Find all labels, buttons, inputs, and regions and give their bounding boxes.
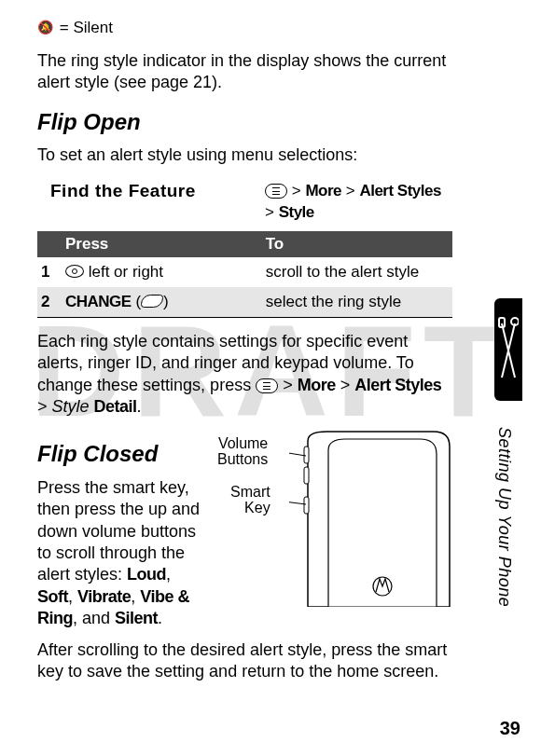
press-header: Press bbox=[37, 231, 258, 257]
fc-and: , and bbox=[73, 609, 115, 627]
after-more: More bbox=[298, 376, 336, 394]
flip-closed-text: Flip Closed Press the smart key, then pr… bbox=[37, 433, 201, 639]
soft-key-icon bbox=[141, 295, 163, 308]
phone-svg bbox=[289, 430, 452, 607]
label-volume-l2: Buttons bbox=[217, 451, 268, 467]
press-to-table: Press To 1 left or right scroll to the a… bbox=[37, 231, 452, 318]
to-header: To bbox=[258, 231, 452, 257]
table-row: 1 left or right scroll to the alert styl… bbox=[37, 257, 452, 287]
path-more: More bbox=[305, 182, 341, 199]
after-detail: Detail bbox=[94, 397, 137, 416]
path-style: Style bbox=[279, 203, 314, 221]
row2-press-label: CHANGE bbox=[65, 293, 132, 310]
fc-loud: Loud bbox=[127, 565, 166, 584]
svg-rect-2 bbox=[304, 497, 309, 514]
row1-press: left or right bbox=[58, 257, 258, 287]
silent-indicator-line: 🔕 = Silent bbox=[37, 19, 452, 37]
svg-line-4 bbox=[289, 447, 306, 456]
after-style-italic: Style bbox=[52, 397, 90, 416]
fc-c2: , bbox=[68, 587, 77, 606]
table-header-row: Press To bbox=[37, 231, 452, 257]
after-alert-styles: Alert Styles bbox=[354, 376, 441, 394]
row1-num: 1 bbox=[37, 257, 58, 287]
svg-rect-0 bbox=[304, 447, 309, 463]
fc-c1: , bbox=[166, 565, 171, 584]
flip-closed-p1: Press the smart key, then press the up a… bbox=[37, 477, 201, 630]
row1-press-text: left or right bbox=[84, 263, 163, 281]
flip-closed-container: Flip Closed Press the smart key, then pr… bbox=[37, 433, 452, 639]
fc-silent: Silent bbox=[115, 609, 158, 627]
silent-eq: = bbox=[55, 19, 73, 36]
svg-rect-1 bbox=[304, 467, 309, 484]
row1-to: scroll to the alert style bbox=[258, 257, 452, 287]
after-gt2: > bbox=[336, 376, 355, 394]
label-volume: Volume Buttons bbox=[217, 435, 268, 468]
label-smart-l2: Key bbox=[244, 500, 270, 515]
fc-soft: Soft bbox=[37, 587, 68, 606]
find-feature-path: ☰ > More > Alert Styles > Style bbox=[265, 181, 441, 224]
after-gt1: > bbox=[278, 376, 298, 394]
phone-diagram: Volume Buttons Smart Key bbox=[210, 430, 452, 607]
row2-press: CHANGE () bbox=[58, 287, 258, 318]
fc-vibrate: Vibrate bbox=[77, 587, 131, 606]
after-table-paragraph: Each ring style contains settings for sp… bbox=[37, 331, 452, 419]
gt2: > bbox=[341, 182, 359, 199]
fc-period: . bbox=[158, 609, 162, 627]
row2-num: 2 bbox=[37, 287, 58, 318]
page-number: 39 bbox=[500, 718, 520, 739]
label-smart-l1: Smart bbox=[230, 484, 270, 500]
menu-key-icon-2: ☰ bbox=[256, 378, 278, 393]
row2-press-open: ( bbox=[132, 293, 141, 310]
label-smart: Smart Key bbox=[230, 484, 270, 516]
flip-open-heading: Flip Open bbox=[37, 109, 452, 135]
label-volume-l1: Volume bbox=[218, 435, 268, 451]
silent-label: Silent bbox=[73, 19, 113, 36]
fc-c3: , bbox=[131, 587, 140, 606]
flip-open-lede: To set an alert style using menu selecti… bbox=[37, 144, 452, 166]
row2-press-close: ) bbox=[163, 293, 169, 310]
nav-key-icon bbox=[65, 265, 84, 278]
find-feature-label: Find the Feature bbox=[37, 181, 265, 201]
row2-to: select the ring style bbox=[258, 287, 452, 318]
svg-line-5 bbox=[289, 497, 306, 504]
table-row: 2 CHANGE () select the ring style bbox=[37, 287, 452, 318]
silent-icon: 🔕 bbox=[37, 20, 53, 34]
menu-key-icon: ☰ bbox=[265, 184, 287, 199]
after-period: . bbox=[137, 397, 142, 416]
gt3: > bbox=[265, 203, 279, 221]
flip-closed-p2: After scrolling to the desired alert sty… bbox=[37, 639, 452, 683]
page-content: 🔕 = Silent The ring style indicator in t… bbox=[0, 0, 504, 682]
after-gt3: > bbox=[37, 397, 52, 416]
fc-p1a: Press the smart key, then press the up a… bbox=[37, 478, 200, 584]
intro-paragraph: The ring style indicator in the display … bbox=[37, 50, 452, 94]
gt1: > bbox=[287, 182, 305, 199]
flip-closed-heading: Flip Closed bbox=[37, 439, 201, 468]
find-feature-row: Find the Feature ☰ > More > Alert Styles… bbox=[37, 181, 452, 224]
path-alert-styles: Alert Styles bbox=[359, 182, 441, 199]
